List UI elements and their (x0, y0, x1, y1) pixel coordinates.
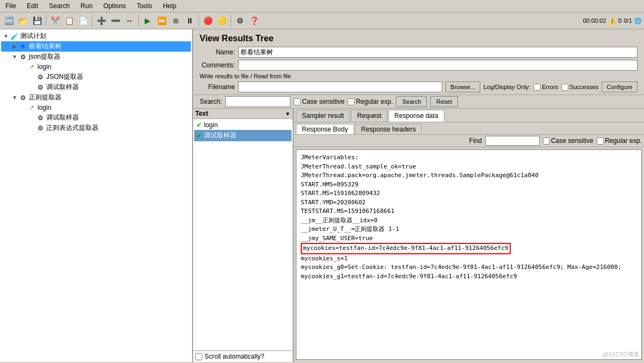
tab-request[interactable]: Request (351, 110, 387, 122)
find-regex[interactable]: Regular exp. (597, 137, 642, 145)
log-section: Log/Display Only: Errors Successes Confi… (484, 82, 637, 92)
help-button[interactable]: ❓ (247, 14, 261, 27)
tree-item-debug-2[interactable]: ⚙ 调试取样器 (1, 112, 191, 123)
reset-button[interactable]: Reset (430, 96, 458, 107)
name-input[interactable] (238, 47, 637, 58)
find-case-sensitive[interactable]: Case sensitive (543, 137, 593, 145)
stop-button[interactable]: ⏹ (169, 14, 182, 27)
comments-label: Comments: (200, 61, 235, 69)
scroll-auto-checkbox[interactable] (195, 353, 202, 360)
tab-response-data[interactable]: Response data (388, 110, 444, 122)
menu-options[interactable]: Options (100, 1, 129, 11)
warning-icon: ⚠️ (609, 17, 616, 24)
comments-input[interactable] (238, 60, 637, 71)
open-button[interactable]: 📂 (16, 14, 29, 27)
expand-regex[interactable]: ▼ (11, 95, 18, 101)
menu-search[interactable]: Search (46, 1, 73, 11)
debug-2-label: 调试取样器 (46, 113, 79, 122)
gear-icon-1: ⚙ (18, 53, 27, 61)
find-regex-checkbox[interactable] (597, 137, 604, 145)
response-line: START.YMD=20200602 (301, 198, 637, 208)
configure-button[interactable]: Configure (602, 82, 637, 92)
login-1-label: login (38, 63, 51, 71)
successes-checkbox[interactable] (561, 84, 568, 91)
regular-exp-label[interactable]: Regular exp. (348, 98, 393, 105)
tree-item-login-2[interactable]: ↗ login (1, 103, 191, 112)
menu-run[interactable]: Run (77, 1, 96, 11)
left-panel: ▼ 🧪 测试计划 ▶ 👁 察看结果树 ▼ ⚙ json提取器 ↗ login (0, 29, 193, 362)
errors-checkbox[interactable] (534, 84, 541, 91)
collapse-button[interactable]: ➖ (109, 14, 122, 27)
login-2-label: login (38, 104, 51, 111)
folder-icon: 🧪 (10, 32, 18, 41)
successes-checkbox-label[interactable]: Successes (561, 84, 598, 91)
results-tabs: Sampler result Request Response data (294, 109, 644, 122)
search-input[interactable] (225, 96, 290, 107)
save-button[interactable]: 💾 (30, 14, 44, 27)
comments-row: Comments: (193, 59, 644, 72)
tree-item-test-plan[interactable]: ▼ 🧪 测试计划 (1, 31, 191, 41)
list-item-login-label: login (204, 121, 218, 129)
menu-tools[interactable]: Tools (133, 1, 155, 11)
tree-item-debug-1[interactable]: ⚙ 调试取样器 (1, 82, 191, 92)
list-item-login[interactable]: ✔ login (194, 120, 292, 130)
text-list-content: ✔ login ✔ 调试取样器 (193, 119, 293, 351)
find-input[interactable] (485, 136, 540, 146)
response-line: JMeterVariables: (301, 153, 637, 162)
tree-item-regex-extractor[interactable]: ▼ ⚙ 正则提取器 (1, 92, 191, 103)
expand-view-results[interactable]: ▶ (11, 43, 18, 49)
copy-button[interactable]: 📋 (63, 14, 76, 27)
case-sensitive-checkbox[interactable] (294, 98, 301, 105)
results-panel: Sampler result Request Response data Res… (294, 109, 644, 362)
tab-sampler-result[interactable]: Sampler result (296, 110, 350, 122)
function-helper-button[interactable]: ⚙ (233, 14, 246, 27)
search-button[interactable]: Search (396, 96, 427, 107)
run-button[interactable]: ▶ (141, 14, 154, 27)
sub-tab-response-body[interactable]: Response Body (296, 124, 354, 134)
remote-run-button[interactable]: 🔴 (201, 14, 214, 27)
text-list-dropdown-icon[interactable]: ▼ (285, 111, 290, 117)
right-panel: View Results Tree Name: Comments: Write … (193, 29, 644, 362)
sep-3 (138, 15, 139, 26)
response-line: __jmy_SAME_USER=true (301, 234, 637, 243)
tree-item-json-ext-child[interactable]: ⚙ JSON提取器 (1, 72, 191, 82)
tree-item-regex-ext-child[interactable]: ⚙ 正则表达式提取器 (1, 123, 191, 133)
watermark: @51CTO博客 (603, 351, 640, 359)
response-line: JMeterThread.pack=org.apache.jmeter.thre… (301, 171, 637, 180)
expand-json-ext[interactable]: ▼ (11, 54, 18, 60)
menu-edit[interactable]: Edit (23, 1, 41, 11)
shutdown-button[interactable]: ⏸ (183, 14, 196, 27)
remote-stop-button[interactable]: 🟡 (215, 14, 228, 27)
paste-button[interactable]: 📄 (77, 14, 90, 27)
find-case-checkbox[interactable] (543, 137, 550, 145)
response-line: __jm__正则提取器__idx=0 (301, 216, 637, 226)
menu-file[interactable]: File (2, 1, 19, 11)
tree-item-view-results[interactable]: ▶ 👁 察看结果树 (1, 41, 191, 52)
sub-tab-response-headers[interactable]: Response headers (355, 124, 422, 134)
case-sensitive-label[interactable]: Case sensitive (294, 98, 344, 105)
check-icon-login: ✔ (196, 121, 202, 129)
response-line: mycookies_g0=Set-Cookie: testfan-id=7c4e… (301, 263, 637, 272)
expand-button[interactable]: ➕ (95, 14, 108, 27)
browse-button[interactable]: Browse... (445, 82, 480, 92)
run-no-pause-button[interactable]: ⏩ (155, 14, 168, 27)
tree-item-login-1[interactable]: ↗ login (1, 62, 191, 72)
list-item-debug-label: 调试取样器 (204, 131, 237, 140)
list-item-debug[interactable]: ✔ 调试取样器 (194, 130, 292, 141)
regular-exp-text: Regular exp. (356, 98, 393, 105)
errors-checkbox-label[interactable]: Errors (534, 84, 558, 91)
new-button[interactable]: 🆕 (2, 14, 15, 27)
filename-input[interactable] (238, 82, 442, 92)
error-count: 0/1 (624, 17, 632, 24)
expand-test-plan[interactable]: ▼ (2, 33, 10, 39)
find-bar: Find Case sensitive Regular exp. (294, 135, 644, 147)
tree-item-json-extractor[interactable]: ▼ ⚙ json提取器 (1, 52, 191, 62)
scroll-auto-label: Scroll automatically? (205, 353, 264, 360)
response-line: TESTSTART.MS=1591067168661 (301, 207, 637, 216)
menu-help[interactable]: Help (159, 1, 179, 11)
toggle-button[interactable]: ↔ (123, 14, 136, 27)
sep-5 (231, 15, 231, 26)
cut-button[interactable]: ✂️ (48, 14, 61, 27)
response-line: JMeterThread.last_sample_ok=true (301, 162, 637, 172)
regular-exp-checkbox[interactable] (348, 98, 355, 105)
